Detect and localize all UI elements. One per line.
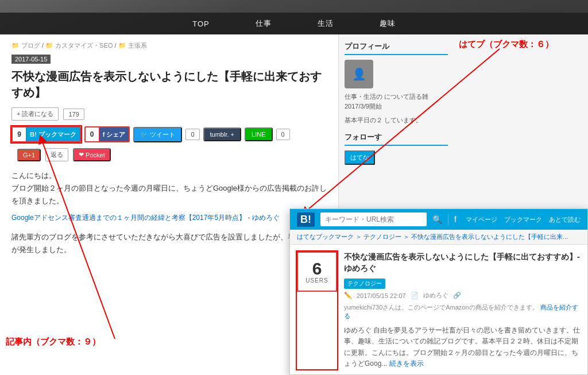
breadcrumb-icon: 📁 (11, 42, 20, 49)
popup-description: ゆめろぐ 自由を夢見るアラサー社畜が日々の思いを書き留めていきます。仕事、趣味、… (344, 325, 581, 369)
popup-main: 6 USERS 不快な漫画広告を表示しないようにした【手軽に出ておすすめ】- ゆ… (290, 245, 587, 375)
profile-text-2: 基本平日の２ しています。 (345, 115, 448, 125)
search-icon[interactable]: 🔍 (432, 215, 442, 224)
post-link[interactable]: Googleアドセンス審査通過までの１ヶ月間の経緯と考察【2017年5月時点】 … (11, 213, 327, 223)
post-date: 2017-05-15 (11, 55, 51, 64)
line-label: LINE (252, 131, 265, 138)
breadcrumb-icon3: 📁 (118, 42, 126, 49)
hatena-count: 9 (13, 127, 26, 141)
profile-avatar: 👤 (345, 60, 373, 88)
post-body-1: こんにちは。 ブログ開始２ヶ月の節目となった今週の月曜日に、ちょうどGoogle… (11, 169, 327, 207)
pocket-button[interactable]: ❤ Pocket (73, 148, 111, 161)
popup-meta: ✏️ 2017/05/15 22:07 📄 ゆめろぐ 🔗 (344, 291, 581, 300)
breadcrumb-icon2: 📁 (45, 42, 53, 49)
doc-icon: 📄 (411, 292, 419, 299)
popup-nav-bookmark[interactable]: ブックマーク (504, 215, 542, 224)
hatena-popup: B! 🔍 f マイページ ブックマーク あとで読む はてなブックマーク ＞ テク… (289, 208, 588, 375)
popup-nav-mypage[interactable]: マイページ (466, 215, 497, 224)
popup-edit-link[interactable]: 🔗 (453, 292, 461, 299)
popup-more-link[interactable]: 続きを表示 (389, 359, 424, 368)
popup-logo: B! (297, 212, 315, 227)
popup-nav: f マイページ ブックマーク あとで読む (454, 215, 581, 224)
popup-article-title: 不快な漫画広告を表示しないようにした【手軽に出ておすすめ】- ゆめろぐ (344, 252, 581, 274)
nav-work[interactable]: 仕事 (256, 18, 272, 29)
header: TOP 仕事 生活 趣味 (0, 0, 588, 34)
hatena-annotation: はてブ（ブクマ数：６） (459, 39, 554, 50)
popup-breadcrumb: はてなブックマーク ＞ テクノロジー ＞ 不快な漫画広告を表示しないようにした【… (290, 230, 587, 245)
twitter-icon: 🐦 (140, 131, 148, 138)
line-button[interactable]: LINE (245, 127, 272, 141)
popup-tag[interactable]: テクノロジー (344, 279, 385, 289)
tweet-label: ツイート (150, 130, 175, 139)
popup-content: 不快な漫画広告を表示しないようにした【手軽に出ておすすめ】- ゆめろぐ テクノロ… (344, 252, 581, 369)
breadcrumb: 📁 ブログ / 📁 カスタマイズ・SEO / 📁 主張系 (11, 41, 327, 50)
facebook-count: 0 (86, 127, 99, 141)
back-button[interactable]: 返る (45, 148, 68, 161)
hatena-bookmark-wrapper: 9 B! ブックマーク (11, 126, 81, 142)
social-bar-2: G+1 返る ❤ Pocket (11, 148, 327, 161)
edit-icon: ✏️ (344, 292, 352, 299)
hatena-follow-button[interactable]: はてな (345, 150, 375, 165)
read-count: 179 (63, 109, 84, 120)
popup-amazon-bar: yumekichi730さんは、このページでAmazonの商品を紹介できます。 … (344, 303, 581, 320)
popup-count-wrapper: 6 USERS (297, 252, 337, 369)
tweet-button[interactable]: 🐦 ツイート (133, 127, 182, 142)
popup-count: 6 (312, 260, 322, 277)
facebook-share-btn[interactable]: 0 f シェア (84, 126, 130, 142)
read-later-button[interactable]: + 読者になる (11, 107, 59, 121)
post-body-2: 諸先輩方のブログを参考にさせていただきながら大喜びで広告を設置しましたが、早々に… (11, 231, 327, 256)
post-title: 不快な漫画広告を表示しないようにした【手軽に出来ておすすめ】 (11, 68, 327, 100)
pocket-label: Pocket (86, 152, 105, 158)
pocket-icon: ❤ (79, 151, 84, 158)
tumblr-label: tumblr. + (210, 131, 235, 138)
facebook-nav-icon: f (454, 215, 457, 224)
hatena-bookmark-label: B! ブックマーク (26, 127, 80, 141)
profile-text-1: 仕事・生活の について語る雑 2017/3/9開始 (345, 92, 448, 111)
profile-section-title: プロフィール (345, 41, 448, 55)
popup-nav-read-later[interactable]: あとで読む (549, 215, 581, 224)
read-later-bar: + 読者になる 179 (11, 107, 327, 121)
follow-section-title: フォローす (345, 132, 448, 146)
nav-life[interactable]: 生活 (318, 18, 334, 29)
nav-top[interactable]: TOP (192, 20, 210, 28)
popup-author: ゆめろぐ (423, 291, 448, 300)
tweet-count: 0 (185, 129, 199, 140)
breadcrumb-seo[interactable]: カスタマイズ・SEO (55, 42, 113, 49)
hatena-bookmark-btn[interactable]: 9 B! ブックマーク (11, 126, 81, 142)
left-content: 📁 ブログ / 📁 カスタマイズ・SEO / 📁 主張系 2017-05-15 … (0, 34, 339, 375)
breadcrumb-category[interactable]: 主張系 (128, 42, 147, 49)
gplus-button[interactable]: G+1 (17, 149, 41, 161)
popup-date: 2017/05/15 22:07 (357, 292, 406, 299)
popup-count-box: 6 USERS (297, 252, 337, 292)
line-count: 0 (276, 129, 290, 140)
breadcrumb-blog[interactable]: ブログ (21, 42, 40, 49)
article-annotation: 記事内（ブクマ数：９） (6, 337, 100, 347)
facebook-label: f シェア (99, 127, 129, 141)
nav-hobby[interactable]: 趣味 (380, 18, 396, 29)
social-bar-1: 9 B! ブックマーク 0 f シェア 🐦 ツイート 0 tumblr. + (11, 126, 327, 142)
popup-search-input[interactable] (320, 212, 427, 226)
nav-bar: TOP 仕事 生活 趣味 (0, 13, 588, 34)
tumblr-button[interactable]: tumblr. + (203, 127, 242, 141)
popup-count-label: USERS (305, 277, 328, 284)
popup-header: B! 🔍 f マイページ ブックマーク あとで読む (290, 209, 587, 230)
